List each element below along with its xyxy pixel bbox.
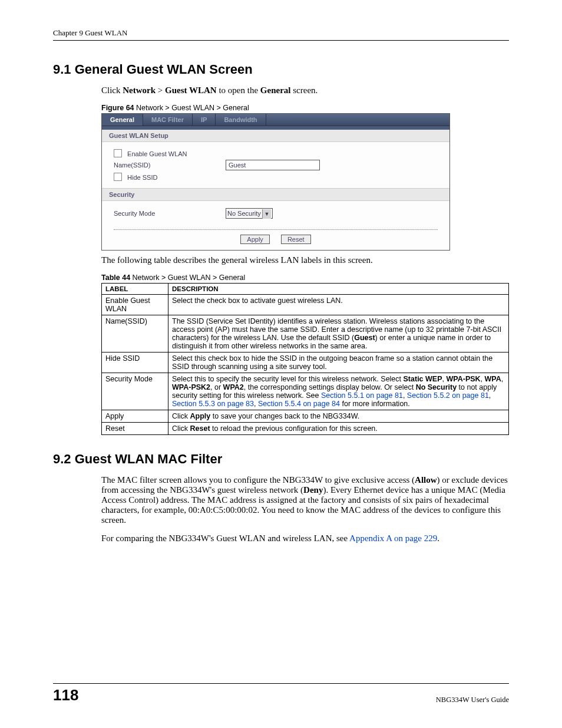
link-section-5-5-3[interactable]: Section 5.5.3 on page 83 <box>172 400 254 408</box>
page-number: 118 <box>53 686 78 704</box>
table-row: Enable Guest WLAN Select the check box t… <box>102 295 509 315</box>
name-ssid-input[interactable]: Guest <box>226 160 320 170</box>
tab-bar: General MAC Filter IP Bandwidth <box>102 114 449 126</box>
table-44-caption: Table 44 Network > Guest WLAN > General <box>101 274 509 282</box>
section-9-2-p1: The MAC filter screen allows you to conf… <box>101 475 509 525</box>
chapter-header: Chapter 9 Guest WLAN <box>53 28 509 41</box>
security-mode-label: Security Mode <box>114 210 226 217</box>
guest-wlan-setup-title: Guest WLAN Setup <box>102 130 449 142</box>
reset-button[interactable]: Reset <box>281 235 311 244</box>
link-section-5-5-4[interactable]: Section 5.5.4 on page 84 <box>258 400 340 408</box>
hide-ssid-label: Hide SSID <box>127 174 157 181</box>
section-9-2-heading: 9.2 Guest WLAN MAC Filter <box>53 452 509 467</box>
table-44: LABEL DESCRIPTION Enable Guest WLAN Sele… <box>101 283 509 435</box>
col-description: DESCRIPTION <box>168 284 509 295</box>
table-row: Hide SSID Select this check box to hide … <box>102 353 509 373</box>
col-label: LABEL <box>102 284 168 295</box>
enable-guest-wlan-checkbox[interactable] <box>114 149 122 157</box>
figure-64-screenshot: General MAC Filter IP Bandwidth Guest WL… <box>101 113 450 251</box>
security-mode-select[interactable]: No Security▼ <box>226 208 273 219</box>
guide-title: NBG334W User's Guide <box>436 696 509 704</box>
table-row: Security Mode Select this to specify the… <box>102 373 509 410</box>
link-appendix-a[interactable]: Appendix A on page 229 <box>349 533 437 543</box>
page-footer: 118 NBG334W User's Guide <box>53 683 509 704</box>
apply-button[interactable]: Apply <box>240 235 270 244</box>
name-ssid-label: Name(SSID) <box>114 162 226 169</box>
dropdown-arrow-icon: ▼ <box>262 209 271 219</box>
section-9-2-p2: For comparing the NBG334W's Guest WLAN a… <box>101 533 509 543</box>
tab-ip[interactable]: IP <box>193 114 216 126</box>
table-header-row: LABEL DESCRIPTION <box>102 284 509 295</box>
tab-bandwidth[interactable]: Bandwidth <box>216 114 266 126</box>
figure-64-caption: Figure 64 Network > Guest WLAN > General <box>101 104 509 112</box>
section-9-1-intro: Click Network > Guest WLAN to open the G… <box>101 85 509 95</box>
table-row: Apply Click Apply to save your changes b… <box>102 410 509 423</box>
table-intro: The following table describes the genera… <box>101 255 509 265</box>
link-section-5-5-2[interactable]: Section 5.5.2 on page 81 <box>407 391 489 400</box>
hide-ssid-checkbox[interactable] <box>114 173 122 181</box>
tab-general[interactable]: General <box>102 114 143 126</box>
security-title: Security <box>102 188 449 201</box>
section-9-1-heading: 9.1 General Guest WLAN Screen <box>53 62 509 77</box>
table-row: Reset Click Reset to reload the previous… <box>102 423 509 435</box>
enable-guest-wlan-label: Enable Guest WLAN <box>127 150 187 157</box>
table-row: Name(SSID) The SSID (Service Set IDentit… <box>102 315 509 353</box>
link-section-5-5-1[interactable]: Section 5.5.1 on page 81 <box>321 391 403 400</box>
tab-mac-filter[interactable]: MAC Filter <box>143 114 193 126</box>
